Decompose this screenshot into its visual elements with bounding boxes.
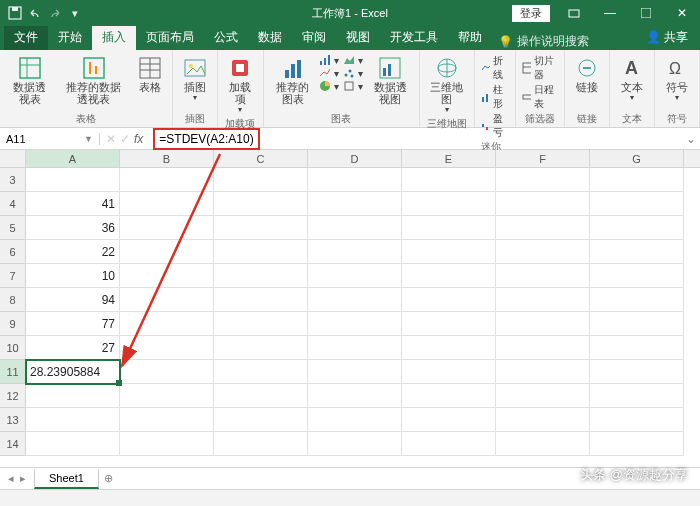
cell-D5[interactable] bbox=[308, 216, 402, 240]
row-header[interactable]: 3 bbox=[0, 168, 26, 192]
cell-D11[interactable] bbox=[308, 360, 402, 384]
3d-map-button[interactable]: 三维地图▾ bbox=[426, 54, 468, 117]
col-header-B[interactable]: B bbox=[120, 150, 214, 167]
close-icon[interactable]: ✕ bbox=[664, 0, 700, 26]
col-header-A[interactable]: A bbox=[26, 150, 120, 167]
cell-A14[interactable] bbox=[26, 432, 120, 456]
cell-D6[interactable] bbox=[308, 240, 402, 264]
cell-F7[interactable] bbox=[496, 264, 590, 288]
cell-D12[interactable] bbox=[308, 384, 402, 408]
sheet-tab[interactable]: Sheet1 bbox=[34, 469, 99, 489]
redo-icon[interactable] bbox=[48, 6, 62, 20]
login-button[interactable]: 登录 bbox=[512, 5, 550, 22]
cell-G6[interactable] bbox=[590, 240, 684, 264]
cell-B7[interactable] bbox=[120, 264, 214, 288]
chart-area-icon[interactable]: ▾ bbox=[343, 54, 363, 66]
cell-C14[interactable] bbox=[214, 432, 308, 456]
row-header[interactable]: 6 bbox=[0, 240, 26, 264]
cell-B6[interactable] bbox=[120, 240, 214, 264]
cell-B3[interactable] bbox=[120, 168, 214, 192]
expand-formula-bar-icon[interactable]: ⌄ bbox=[682, 132, 700, 146]
cell-A8[interactable]: 94 bbox=[26, 288, 120, 312]
cell-E8[interactable] bbox=[402, 288, 496, 312]
cell-D3[interactable] bbox=[308, 168, 402, 192]
chart-bar-icon[interactable]: ▾ bbox=[319, 54, 339, 66]
cell-A3[interactable] bbox=[26, 168, 120, 192]
cell-B9[interactable] bbox=[120, 312, 214, 336]
tab-insert[interactable]: 插入 bbox=[92, 25, 136, 50]
row-header[interactable]: 8 bbox=[0, 288, 26, 312]
cell-F13[interactable] bbox=[496, 408, 590, 432]
fx-icon[interactable]: fx bbox=[134, 132, 143, 146]
tab-view[interactable]: 视图 bbox=[336, 25, 380, 50]
cell-C4[interactable] bbox=[214, 192, 308, 216]
cell-B10[interactable] bbox=[120, 336, 214, 360]
cancel-icon[interactable]: ✕ bbox=[106, 132, 116, 146]
cell-A10[interactable]: 27 bbox=[26, 336, 120, 360]
cell-C9[interactable] bbox=[214, 312, 308, 336]
cell-A9[interactable]: 77 bbox=[26, 312, 120, 336]
cell-B11[interactable] bbox=[120, 360, 214, 384]
col-header-C[interactable]: C bbox=[214, 150, 308, 167]
cell-F11[interactable] bbox=[496, 360, 590, 384]
cell-G7[interactable] bbox=[590, 264, 684, 288]
tab-home[interactable]: 开始 bbox=[48, 25, 92, 50]
cell-F14[interactable] bbox=[496, 432, 590, 456]
cell-G14[interactable] bbox=[590, 432, 684, 456]
cell-C3[interactable] bbox=[214, 168, 308, 192]
text-button[interactable]: A文本▾ bbox=[616, 54, 648, 105]
row-header[interactable]: 4 bbox=[0, 192, 26, 216]
row-header[interactable]: 13 bbox=[0, 408, 26, 432]
cell-C8[interactable] bbox=[214, 288, 308, 312]
save-icon[interactable] bbox=[8, 6, 22, 20]
cell-D14[interactable] bbox=[308, 432, 402, 456]
cell-C12[interactable] bbox=[214, 384, 308, 408]
cell-A6[interactable]: 22 bbox=[26, 240, 120, 264]
cell-F8[interactable] bbox=[496, 288, 590, 312]
fill-handle[interactable] bbox=[116, 380, 122, 386]
row-header[interactable]: 9 bbox=[0, 312, 26, 336]
sparkline-column-button[interactable]: 柱形 bbox=[481, 83, 509, 111]
cell-C11[interactable] bbox=[214, 360, 308, 384]
cell-E9[interactable] bbox=[402, 312, 496, 336]
sparkline-line-button[interactable]: 折线 bbox=[481, 54, 509, 82]
cell-F3[interactable] bbox=[496, 168, 590, 192]
cell-F4[interactable] bbox=[496, 192, 590, 216]
cell-D8[interactable] bbox=[308, 288, 402, 312]
ribbon-display-icon[interactable] bbox=[556, 0, 592, 26]
cell-G10[interactable] bbox=[590, 336, 684, 360]
cell-G4[interactable] bbox=[590, 192, 684, 216]
cell-G5[interactable] bbox=[590, 216, 684, 240]
cell-A7[interactable]: 10 bbox=[26, 264, 120, 288]
cell-E13[interactable] bbox=[402, 408, 496, 432]
cell-A5[interactable]: 36 bbox=[26, 216, 120, 240]
cell-A12[interactable] bbox=[26, 384, 120, 408]
cell-D7[interactable] bbox=[308, 264, 402, 288]
addins-button[interactable]: 加载项▾ bbox=[224, 54, 257, 117]
cell-B4[interactable] bbox=[120, 192, 214, 216]
symbol-button[interactable]: Ω符号▾ bbox=[661, 54, 693, 105]
recommended-pivot-button[interactable]: 推荐的数据透视表 bbox=[58, 54, 130, 107]
row-header[interactable]: 14 bbox=[0, 432, 26, 456]
minimize-icon[interactable]: — bbox=[592, 0, 628, 26]
chevron-down-icon[interactable]: ▼ bbox=[84, 134, 93, 144]
tab-help[interactable]: 帮助 bbox=[448, 25, 492, 50]
tab-formulas[interactable]: 公式 bbox=[204, 25, 248, 50]
link-button[interactable]: 链接 bbox=[571, 54, 603, 95]
recommended-charts-button[interactable]: 推荐的图表 bbox=[270, 54, 316, 107]
chart-stock-icon[interactable]: ▾ bbox=[343, 80, 363, 92]
cell-C13[interactable] bbox=[214, 408, 308, 432]
col-header-D[interactable]: D bbox=[308, 150, 402, 167]
cell-E14[interactable] bbox=[402, 432, 496, 456]
tab-page-layout[interactable]: 页面布局 bbox=[136, 25, 204, 50]
cell-E5[interactable] bbox=[402, 216, 496, 240]
cell-E10[interactable] bbox=[402, 336, 496, 360]
name-box[interactable]: A11 ▼ bbox=[0, 133, 100, 145]
table-button[interactable]: 表格 bbox=[134, 54, 166, 95]
select-all-corner[interactable] bbox=[0, 150, 26, 167]
share-button[interactable]: 👤 共享 bbox=[634, 25, 700, 50]
qat-dropdown-icon[interactable]: ▾ bbox=[68, 6, 82, 20]
slicer-button[interactable]: 切片器 bbox=[522, 54, 558, 82]
cell-E12[interactable] bbox=[402, 384, 496, 408]
pivot-table-button[interactable]: 数据透视表 bbox=[6, 54, 54, 107]
